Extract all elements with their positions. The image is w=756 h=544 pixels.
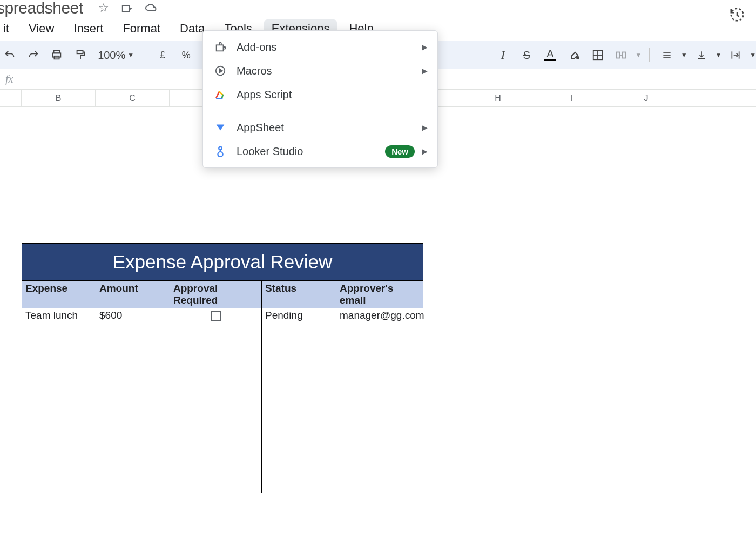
title-bar: d spreadsheet ☆ xyxy=(0,0,756,16)
panel-title: Expense Approval Review xyxy=(22,244,423,280)
strikethrough-button[interactable]: S xyxy=(517,45,536,65)
menu-macros-label: Macros xyxy=(237,65,272,77)
svg-rect-3 xyxy=(77,51,83,54)
col-header-c[interactable]: C xyxy=(96,90,170,106)
menu-appsheet[interactable]: AppSheet ▶ xyxy=(203,116,437,139)
menu-macros[interactable]: Macros ▶ xyxy=(203,59,437,83)
panel-header-amount: Amount xyxy=(96,281,170,308)
expense-approval-panel: Expense Approval Review Expense Amount A… xyxy=(22,243,423,471)
menu-view[interactable]: View xyxy=(21,19,62,38)
separator xyxy=(649,48,650,62)
chevron-right-icon: ▶ xyxy=(422,123,428,132)
menu-apps-script[interactable]: Apps Script xyxy=(203,83,437,106)
col-body[interactable] xyxy=(336,325,423,493)
move-icon[interactable] xyxy=(121,2,133,14)
menu-apps-script-label: Apps Script xyxy=(237,89,292,101)
separator xyxy=(203,111,437,111)
currency-button[interactable]: £ xyxy=(153,45,172,65)
borders-button[interactable] xyxy=(588,45,608,65)
chevron-down-icon[interactable]: ▼ xyxy=(716,51,722,59)
row-header-gap xyxy=(0,90,22,106)
percent-button[interactable]: % xyxy=(177,45,196,65)
svg-rect-8 xyxy=(617,52,620,58)
chevron-right-icon: ▶ xyxy=(422,43,428,51)
apps-script-icon xyxy=(214,88,227,101)
horizontal-align-button[interactable] xyxy=(657,45,677,65)
cell-approval-required[interactable] xyxy=(170,308,262,325)
redo-button[interactable] xyxy=(24,45,43,65)
col-header-i[interactable]: I xyxy=(535,90,609,106)
paint-format-button[interactable] xyxy=(71,45,90,65)
col-header-h[interactable]: H xyxy=(461,90,535,106)
chevron-right-icon: ▶ xyxy=(422,66,428,75)
panel-header-approval: Approval Required xyxy=(170,281,262,308)
panel-headers: Expense Amount Approval Required Status … xyxy=(22,280,423,308)
menu-addons[interactable]: Add-ons ▶ xyxy=(203,35,437,59)
panel-header-email: Approver's email xyxy=(336,281,423,308)
puzzle-icon xyxy=(214,41,227,53)
print-button[interactable] xyxy=(48,45,67,65)
chevron-down-icon[interactable]: ▼ xyxy=(681,51,687,59)
menu-looker-label: Looker Studio xyxy=(237,145,303,158)
zoom-value: 100% xyxy=(98,49,125,62)
cell-expense[interactable]: Team lunch xyxy=(22,308,96,325)
document-title[interactable]: d spreadsheet xyxy=(0,0,83,17)
chevron-right-icon: ▶ xyxy=(422,147,428,156)
chevron-down-icon[interactable]: ▼ xyxy=(750,51,756,59)
menu-looker-studio[interactable]: Looker Studio New ▶ xyxy=(203,139,437,163)
star-icon[interactable]: ☆ xyxy=(98,2,109,14)
panel-body xyxy=(22,325,423,493)
cloud-status-icon[interactable] xyxy=(145,2,158,15)
fill-color-button[interactable] xyxy=(564,45,584,65)
text-wrap-button[interactable] xyxy=(726,45,745,65)
svg-point-20 xyxy=(218,152,222,157)
fx-label: fx xyxy=(5,73,13,85)
svg-point-19 xyxy=(219,147,222,150)
svg-rect-9 xyxy=(623,52,626,58)
version-history-icon[interactable] xyxy=(729,6,745,23)
menu-appsheet-label: AppSheet xyxy=(237,122,284,134)
col-body[interactable] xyxy=(96,325,170,493)
extensions-dropdown: Add-ons ▶ Macros ▶ Apps Script AppSheet … xyxy=(202,30,438,168)
zoom-select[interactable]: 100% ▼ xyxy=(94,49,137,62)
looker-icon xyxy=(214,145,227,158)
panel-row: Team lunch $600 Pending manager@gg.com xyxy=(22,308,423,325)
undo-button[interactable] xyxy=(0,45,19,65)
vertical-align-button[interactable] xyxy=(692,45,711,65)
col-body[interactable] xyxy=(170,325,262,493)
svg-rect-16 xyxy=(217,45,224,51)
panel-header-status: Status xyxy=(262,281,336,308)
cell-status[interactable]: Pending xyxy=(262,308,336,325)
chevron-down-icon: ▼ xyxy=(127,51,134,59)
merge-cells-button[interactable] xyxy=(611,45,631,65)
title-icons: ☆ xyxy=(98,2,158,15)
svg-marker-18 xyxy=(219,69,222,72)
col-body[interactable] xyxy=(262,325,336,493)
svg-point-4 xyxy=(577,57,579,59)
col-body[interactable] xyxy=(22,325,96,493)
new-badge: New xyxy=(385,145,415,158)
menu-insert[interactable]: Insert xyxy=(66,19,111,38)
cell-approver-email[interactable]: manager@gg.com xyxy=(336,308,423,325)
checkbox-icon[interactable] xyxy=(211,311,221,321)
menu-addons-label: Add-ons xyxy=(237,41,277,53)
record-icon xyxy=(214,64,227,77)
col-header-j[interactable]: J xyxy=(609,90,683,106)
menu-format[interactable]: Format xyxy=(115,19,168,38)
separator xyxy=(145,48,145,62)
col-header-b[interactable]: B xyxy=(22,90,96,106)
appsheet-icon xyxy=(214,121,227,134)
italic-button[interactable]: I xyxy=(494,45,513,65)
panel-header-expense: Expense xyxy=(22,281,96,308)
svg-rect-2 xyxy=(55,56,59,59)
cell-amount[interactable]: $600 xyxy=(96,308,170,325)
text-color-button[interactable]: A xyxy=(541,45,560,65)
menu-edit[interactable]: it xyxy=(0,19,17,38)
chevron-down-icon[interactable]: ▼ xyxy=(635,51,642,59)
